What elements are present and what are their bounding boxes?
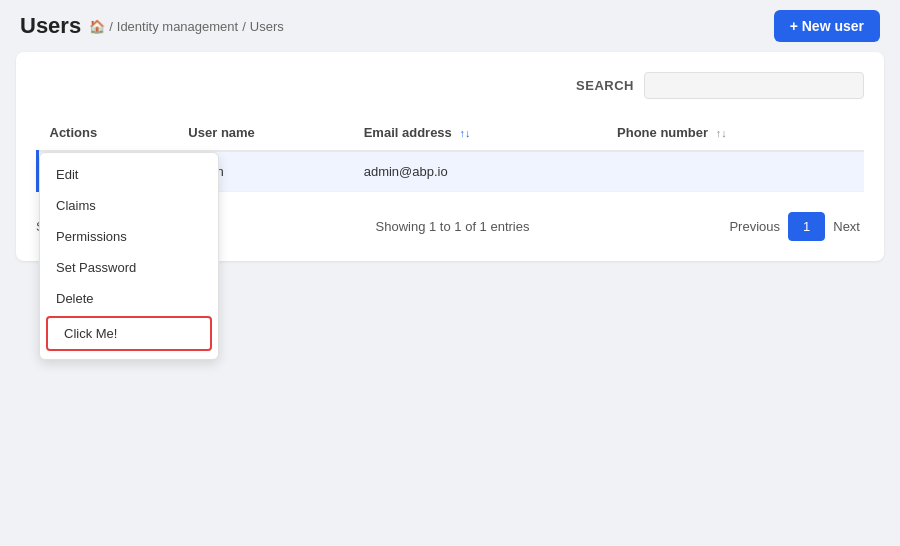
phone-sort-icon: ↑↓ (716, 127, 727, 139)
dropdown-claims[interactable]: Claims (40, 190, 218, 221)
page-1-button[interactable]: 1 (788, 212, 825, 241)
dropdown-click-me[interactable]: Click Me! (46, 316, 212, 351)
dropdown-permissions[interactable]: Permissions (40, 221, 218, 252)
search-row: SEARCH (36, 72, 864, 99)
email-sort-icon: ↑↓ (459, 127, 470, 139)
showing-text: Showing 1 to 1 of 1 entries (376, 219, 530, 234)
breadcrumb-identity: Identity management (117, 19, 238, 34)
dropdown-set-password[interactable]: Set Password (40, 252, 218, 283)
breadcrumb-separator2: / (242, 19, 246, 34)
col-username: User name (176, 115, 351, 151)
dropdown-menu: Edit Claims Permissions Set Password Del… (39, 152, 219, 360)
search-input[interactable] (644, 72, 864, 99)
breadcrumb: 🏠 / Identity management / Users (89, 19, 284, 34)
cell-email: admin@abp.io (352, 151, 605, 192)
top-bar-left: Users 🏠 / Identity management / Users (20, 13, 284, 39)
table-container: Actions User name Email address ↑↓ Phone… (36, 115, 864, 192)
table-row: Edit Claims Permissions Set Password Del… (38, 151, 865, 192)
table-header-row: Actions User name Email address ↑↓ Phone… (38, 115, 865, 151)
dropdown-edit[interactable]: Edit (40, 159, 218, 190)
actions-cell: Edit Claims Permissions Set Password Del… (38, 151, 177, 192)
top-bar: Users 🏠 / Identity management / Users + … (0, 0, 900, 52)
content-card: SEARCH Actions User name Email address ↑… (16, 52, 884, 261)
users-table: Actions User name Email address ↑↓ Phone… (36, 115, 864, 192)
breadcrumb-users: Users (250, 19, 284, 34)
previous-label: Previous (725, 213, 784, 240)
next-label: Next (829, 213, 864, 240)
col-phone[interactable]: Phone number ↑↓ (605, 115, 864, 151)
breadcrumb-home-icon: 🏠 (89, 19, 105, 34)
cell-phone (605, 151, 864, 192)
col-email[interactable]: Email address ↑↓ (352, 115, 605, 151)
dropdown-delete[interactable]: Delete (40, 283, 218, 314)
pagination: Previous 1 Next (725, 212, 864, 241)
page-title: Users (20, 13, 81, 39)
col-actions: Actions (38, 115, 177, 151)
search-label: SEARCH (576, 78, 634, 93)
new-user-button[interactable]: + New user (774, 10, 880, 42)
breadcrumb-separator: / (109, 19, 113, 34)
